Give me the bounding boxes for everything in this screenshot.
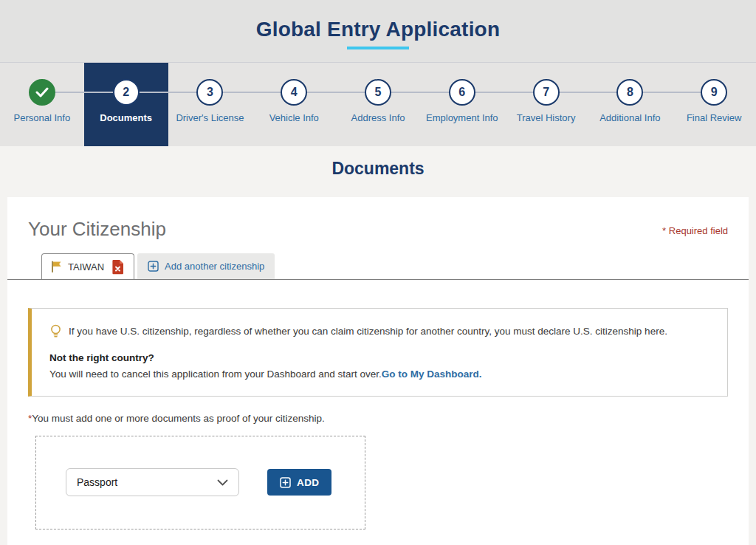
lightbulb-icon: [49, 323, 62, 343]
step-label: Employment Info: [426, 112, 498, 123]
step-number: 6: [449, 79, 475, 106]
step-label: Driver's License: [176, 112, 244, 123]
stepper-step-employment-info[interactable]: 6 Employment Info: [420, 63, 504, 146]
go-to-dashboard-link[interactable]: Go to My Dashboard.: [382, 369, 482, 380]
tab-add-citizenship-label: Add another citizenship: [165, 261, 264, 272]
title-underline: [347, 47, 409, 49]
info-box-cancel-text: You will need to cancel this application…: [49, 369, 382, 380]
step-number: 8: [616, 79, 643, 106]
document-type-selected-value: Passport: [77, 476, 117, 488]
plus-square-icon: [280, 477, 291, 488]
app-header: Global Entry Application: [0, 0, 756, 62]
progress-stepper: Personal Info 2 Documents 3 Driver's Lic…: [0, 62, 756, 146]
step-label: Documents: [100, 112, 152, 123]
tab-add-citizenship[interactable]: Add another citizenship: [137, 253, 275, 279]
chevron-down-icon: [217, 479, 228, 486]
info-box-text: If you have U.S. citizenship, regardless…: [69, 324, 667, 339]
step-number: 9: [701, 79, 727, 106]
section-title: Documents: [0, 159, 756, 179]
stepper-step-drivers-license[interactable]: 3 Driver's License: [168, 63, 252, 146]
page-title: Global Entry Application: [0, 18, 756, 41]
stepper-step-personal-info[interactable]: Personal Info: [0, 63, 84, 146]
documents-note-text: You must add one or more documents as pr…: [32, 413, 324, 424]
citizenship-info-box: If you have U.S. citizenship, regardless…: [28, 308, 728, 397]
citizenship-heading: Your Citizenship: [28, 218, 166, 241]
step-label: Travel History: [517, 112, 576, 123]
stepper-step-additional-info[interactable]: 8 Additional Info: [588, 63, 672, 146]
step-label: Additional Info: [599, 112, 660, 123]
citizenship-card: Your Citizenship * Required field TAIWAN: [7, 197, 749, 545]
step-number: 3: [196, 79, 223, 106]
document-type-select[interactable]: Passport: [66, 468, 239, 496]
step-label: Personal Info: [14, 112, 71, 123]
step-label: Address Info: [351, 112, 405, 123]
global-entry-application-page: Global Entry Application Personal Info 2…: [0, 0, 756, 545]
citizenship-tabbar: TAIWAN Add another citizenship: [7, 253, 749, 280]
step-number: 4: [281, 79, 307, 106]
step-label: Vehicle Info: [269, 112, 319, 123]
flag-icon: [51, 261, 62, 272]
step-number: 2: [113, 79, 140, 106]
tab-taiwan[interactable]: TAIWAN: [41, 253, 134, 279]
step-label: Final Review: [687, 112, 741, 123]
add-button-label: ADD: [297, 477, 319, 488]
info-box-question: Not the right country?: [49, 352, 709, 363]
required-field-note: * Required field: [662, 218, 728, 236]
step-number: 7: [533, 79, 560, 106]
stepper-step-travel-history[interactable]: 7 Travel History: [504, 63, 588, 146]
section-heading-band: Documents: [0, 146, 756, 197]
documents-required-note: *You must add one or more documents as p…: [28, 413, 728, 424]
add-document-box: Passport ADD: [35, 436, 365, 529]
step-number: 5: [365, 79, 391, 106]
plus-square-icon: [148, 261, 159, 272]
stepper-step-vehicle-info[interactable]: 4 Vehicle Info: [252, 63, 336, 146]
stepper-step-final-review[interactable]: 9 Final Review: [672, 63, 756, 146]
check-icon: [29, 79, 55, 106]
tab-taiwan-label: TAIWAN: [68, 261, 104, 272]
delete-citizenship-icon[interactable]: [111, 259, 125, 275]
stepper-step-address-info[interactable]: 5 Address Info: [336, 63, 420, 146]
stepper-step-documents[interactable]: 2 Documents: [84, 63, 168, 146]
add-document-button[interactable]: ADD: [267, 469, 331, 496]
